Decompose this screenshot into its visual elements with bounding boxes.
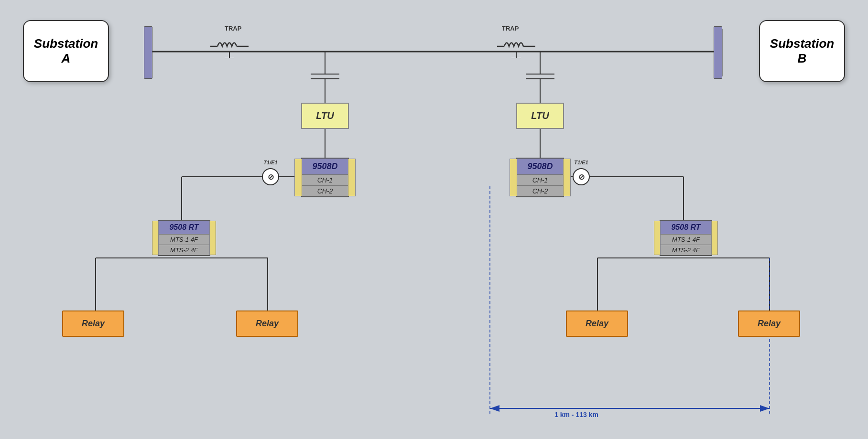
right-9508rt-name: 9508 RT bbox=[661, 221, 711, 234]
left-trap-coil bbox=[210, 34, 249, 58]
left-9508d-side-right bbox=[348, 159, 356, 196]
substation-a-box: SubstationA bbox=[23, 20, 109, 82]
right-9508d-ch2: CH-2 bbox=[517, 185, 563, 196]
left-9508d-ch1: CH-1 bbox=[302, 174, 348, 185]
diagram-container: SubstationA SubstationB TRAP TRAP LTU bbox=[0, 0, 868, 439]
right-t1e1-label: T1/E1 bbox=[573, 160, 590, 165]
left-9508rt-mts1: MTS-1 4F bbox=[159, 234, 209, 245]
substation-b-label: SubstationB bbox=[770, 36, 834, 66]
right-9508rt-side-left bbox=[654, 221, 661, 255]
left-9508d-device: 9508D CH-1 CH-2 bbox=[301, 158, 349, 197]
right-trap-coil bbox=[497, 34, 535, 58]
left-9508d-side-left bbox=[294, 159, 302, 196]
relay-rl: Relay bbox=[566, 311, 628, 337]
right-9508d-device: 9508D CH-1 CH-2 bbox=[516, 158, 564, 197]
left-t1e1-label: T1/E1 bbox=[262, 160, 279, 165]
left-9508rt-mts2: MTS-2 4F bbox=[159, 245, 209, 255]
left-9508rt-device: 9508 RT MTS-1 4F MTS-2 4F bbox=[158, 220, 210, 256]
right-t1e1-circle: ⊘ bbox=[573, 168, 590, 185]
left-9508rt-side-right bbox=[209, 221, 216, 255]
relay-ll: Relay bbox=[62, 311, 124, 337]
left-9508d-ch2: CH-2 bbox=[302, 185, 348, 196]
right-9508d-name: 9508D bbox=[517, 159, 563, 174]
right-ltu-box: LTU bbox=[516, 103, 564, 129]
substation-b-box: SubstationB bbox=[759, 20, 845, 82]
right-t1e1-container: ⊘ T1/E1 bbox=[573, 168, 590, 185]
left-busbar bbox=[144, 26, 152, 79]
left-9508rt-name: 9508 RT bbox=[159, 221, 209, 234]
right-9508d-side-right bbox=[563, 159, 571, 196]
right-trap-label: TRAP bbox=[502, 25, 519, 32]
left-9508d-name: 9508D bbox=[302, 159, 348, 174]
left-trap-label: TRAP bbox=[225, 25, 241, 32]
right-9508rt-device: 9508 RT MTS-1 4F MTS-2 4F bbox=[660, 220, 712, 256]
relay-lr: Relay bbox=[236, 311, 298, 337]
right-busbar bbox=[714, 26, 722, 79]
right-9508d-ch1: CH-1 bbox=[517, 174, 563, 185]
right-9508rt-side-right bbox=[711, 221, 718, 255]
svg-marker-36 bbox=[490, 405, 499, 412]
right-9508rt-mts1: MTS-1 4F bbox=[661, 234, 711, 245]
substation-a-label: SubstationA bbox=[34, 36, 98, 66]
right-9508rt-mts2: MTS-2 4F bbox=[661, 245, 711, 255]
left-9508rt-side-left bbox=[152, 221, 159, 255]
svg-marker-37 bbox=[760, 405, 770, 412]
left-t1e1-circle: ⊘ bbox=[262, 168, 279, 185]
left-t1e1-container: ⊘ T1/E1 bbox=[262, 168, 279, 185]
connections-svg bbox=[0, 0, 868, 439]
relay-rr: Relay bbox=[738, 311, 800, 337]
distance-label: 1 km - 113 km bbox=[554, 411, 598, 418]
left-ltu-box: LTU bbox=[301, 103, 349, 129]
right-9508d-side-left bbox=[510, 159, 517, 196]
